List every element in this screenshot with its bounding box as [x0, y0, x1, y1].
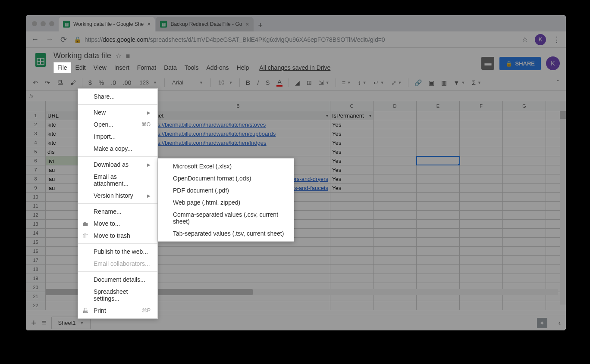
- cell[interactable]: [460, 301, 503, 310]
- close-tab-icon[interactable]: ×: [245, 21, 249, 28]
- cell[interactable]: [417, 265, 460, 274]
- cell[interactable]: [417, 120, 460, 129]
- file-import[interactable]: Import...: [78, 131, 157, 143]
- cell[interactable]: [460, 202, 503, 210]
- cell[interactable]: [146, 256, 330, 264]
- decrease-decimal[interactable]: .0: [108, 78, 119, 88]
- cell[interactable]: [373, 129, 417, 138]
- profile-avatar[interactable]: K: [535, 34, 546, 45]
- cell[interactable]: [146, 265, 330, 274]
- cell[interactable]: [373, 265, 417, 274]
- cell[interactable]: [460, 265, 503, 274]
- format-currency[interactable]: $: [86, 78, 94, 88]
- cell[interactable]: [373, 274, 417, 283]
- cell[interactable]: [503, 174, 546, 183]
- cell[interactable]: [330, 193, 373, 201]
- cell[interactable]: [503, 247, 546, 255]
- cell[interactable]: [417, 165, 460, 174]
- file-move-trash[interactable]: 🗑Move to trash: [78, 230, 157, 242]
- col-header-b[interactable]: B: [146, 101, 330, 111]
- cell[interactable]: [503, 229, 546, 237]
- file-publish[interactable]: Publish to the web...: [78, 246, 157, 258]
- undo-button[interactable]: ↶: [30, 78, 41, 88]
- cell[interactable]: [417, 220, 460, 228]
- bookmark-icon[interactable]: ☆: [522, 35, 528, 44]
- row-header[interactable]: 7: [26, 165, 46, 174]
- filter-icon[interactable]: ▾: [369, 113, 371, 118]
- comment-button[interactable]: ▣: [426, 78, 437, 88]
- cell[interactable]: [417, 138, 460, 147]
- table-header-cell[interactable]: IsPermanent▾: [330, 111, 373, 120]
- cell[interactable]: https://bienhabille.com/hardware/kitchen…: [146, 120, 330, 129]
- url-field[interactable]: 🔒 https://docs.google.com/spreadsheets/d…: [74, 36, 515, 43]
- cell[interactable]: [503, 301, 546, 310]
- cell[interactable]: [373, 301, 417, 310]
- cell[interactable]: Yes: [330, 120, 373, 129]
- cell[interactable]: [460, 111, 503, 120]
- share-button[interactable]: 🔒 SHARE: [499, 57, 541, 70]
- file-settings[interactable]: Spreadsheet settings...: [78, 286, 157, 305]
- file-details[interactable]: Document details...: [78, 274, 157, 286]
- close-tab-icon[interactable]: ×: [147, 21, 151, 28]
- cell[interactable]: [373, 220, 417, 228]
- cell[interactable]: [417, 211, 460, 219]
- cell[interactable]: [373, 256, 417, 264]
- document-title[interactable]: Working data file: [53, 51, 111, 60]
- row-header[interactable]: 10: [26, 193, 46, 201]
- cell[interactable]: [417, 147, 460, 156]
- cell[interactable]: Yes: [330, 147, 373, 156]
- menu-file[interactable]: File: [53, 62, 71, 73]
- row-header[interactable]: 8: [26, 174, 46, 183]
- cell[interactable]: [330, 211, 373, 219]
- cell[interactable]: [330, 274, 373, 283]
- download-ods[interactable]: OpenDocument format (.ods): [158, 172, 294, 184]
- cell[interactable]: [373, 184, 417, 192]
- col-header-c[interactable]: C: [330, 101, 373, 111]
- file-open[interactable]: Open...⌘O: [78, 118, 157, 131]
- cell[interactable]: [460, 129, 503, 138]
- cell[interactable]: [373, 156, 417, 165]
- star-icon[interactable]: ☆: [116, 52, 122, 60]
- row-header[interactable]: 9: [26, 184, 46, 192]
- cell[interactable]: [373, 111, 417, 120]
- col-header-d[interactable]: D: [373, 101, 417, 111]
- cell[interactable]: [373, 211, 417, 219]
- cell[interactable]: [373, 247, 417, 255]
- rotate-button[interactable]: ⤢▼: [389, 78, 405, 88]
- row-header[interactable]: 5: [26, 147, 46, 156]
- italic-button[interactable]: I: [254, 78, 261, 88]
- row-header[interactable]: 19: [26, 274, 46, 283]
- cell[interactable]: [417, 111, 460, 120]
- cell[interactable]: [503, 120, 546, 129]
- download-html[interactable]: Web page (.html, zipped): [158, 196, 294, 208]
- row-header[interactable]: 16: [26, 247, 46, 255]
- folder-icon[interactable]: ■: [126, 52, 130, 60]
- increase-decimal[interactable]: .00: [120, 78, 134, 88]
- cell[interactable]: [417, 247, 460, 255]
- add-sheet-button[interactable]: +: [31, 317, 37, 329]
- chart-button[interactable]: ▥: [439, 78, 449, 88]
- cell[interactable]: https://bienhabille.com/hardware/kitchen…: [146, 138, 330, 147]
- account-avatar[interactable]: K: [546, 56, 560, 70]
- cell[interactable]: Yes: [330, 184, 373, 192]
- cell[interactable]: [417, 202, 460, 210]
- cell[interactable]: Yes: [330, 138, 373, 147]
- cell[interactable]: [330, 256, 373, 264]
- download-csv[interactable]: Comma-separated values (.csv, current sh…: [158, 208, 294, 227]
- menu-view[interactable]: View: [90, 62, 110, 73]
- cell[interactable]: [146, 274, 330, 283]
- filter-icon[interactable]: ▾: [326, 113, 328, 118]
- cell[interactable]: [503, 138, 546, 147]
- cell[interactable]: [503, 256, 546, 264]
- file-make-copy[interactable]: Make a copy...: [78, 143, 157, 155]
- cell[interactable]: [460, 229, 503, 237]
- row-header[interactable]: 1: [26, 111, 46, 120]
- file-new[interactable]: New▶: [78, 106, 157, 118]
- col-header-g[interactable]: G: [503, 101, 546, 111]
- cell[interactable]: [503, 202, 546, 210]
- cell[interactable]: [460, 184, 503, 192]
- back-button[interactable]: ←: [31, 35, 39, 44]
- row-header[interactable]: 17: [26, 256, 46, 264]
- cell[interactable]: [417, 256, 460, 264]
- cell[interactable]: [460, 274, 503, 283]
